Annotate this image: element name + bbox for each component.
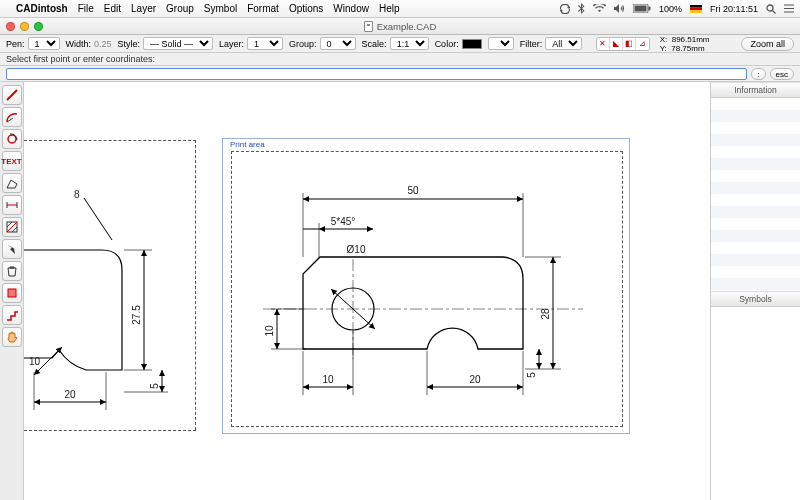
- poly-tool[interactable]: [2, 173, 22, 193]
- layer-select[interactable]: 1: [247, 37, 283, 50]
- window-titlebar: Example.CAD: [0, 18, 800, 35]
- coord-readout: X: 896.51mm Y: 78.75mm: [660, 35, 710, 53]
- step-tool[interactable]: [2, 305, 22, 325]
- line-tool[interactable]: [2, 85, 22, 105]
- menu-window[interactable]: Window: [333, 3, 369, 14]
- snap-angle-icon[interactable]: ◣: [610, 38, 623, 50]
- arc-tool[interactable]: [2, 107, 22, 127]
- menu-options[interactable]: Options: [289, 3, 323, 14]
- command-input-row: : esc: [0, 66, 800, 82]
- snap-grid-icon[interactable]: ◧: [623, 38, 636, 50]
- svg-line-18: [7, 222, 12, 227]
- gear-select[interactable]: ✲: [488, 37, 514, 50]
- color-swatch[interactable]: [462, 39, 482, 49]
- svg-line-11: [7, 90, 17, 100]
- minimize-button[interactable]: [20, 22, 29, 31]
- style-label: Style:: [118, 39, 141, 49]
- workspace: TEXT Print area 8 27.5: [0, 82, 800, 500]
- svg-rect-21: [8, 289, 16, 297]
- close-button[interactable]: [6, 22, 15, 31]
- svg-line-20: [12, 227, 17, 232]
- menu-edit[interactable]: Edit: [104, 3, 121, 14]
- information-panel-body: [711, 98, 800, 291]
- status-line: Select first point or enter coordinates:: [0, 53, 800, 66]
- snap-end-icon[interactable]: ⊿: [636, 38, 649, 50]
- group-label: Group:: [289, 39, 317, 49]
- svg-text:10: 10: [29, 356, 41, 367]
- svg-rect-5: [690, 10, 702, 13]
- document-title: Example.CAD: [377, 21, 437, 32]
- app-menu[interactable]: CADintosh: [16, 3, 68, 14]
- svg-line-7: [773, 10, 776, 13]
- svg-text:10: 10: [322, 374, 334, 385]
- snap-x-icon[interactable]: ✕: [597, 38, 610, 50]
- zoom-button[interactable]: [34, 22, 43, 31]
- menu-symbol[interactable]: Symbol: [204, 3, 237, 14]
- speaker-icon: [614, 4, 625, 13]
- drawing-canvas[interactable]: Print area 8 27.5 10 20: [24, 82, 710, 500]
- menubar-right: 100% Fri 20:11:51: [560, 3, 794, 14]
- style-select[interactable]: — Solid —: [143, 37, 213, 50]
- menu-file[interactable]: File: [78, 3, 94, 14]
- right-panel: Information Symbols: [710, 82, 800, 500]
- colon-button[interactable]: :: [751, 68, 765, 80]
- svg-text:8: 8: [74, 189, 80, 200]
- svg-line-22: [84, 198, 112, 240]
- trash-tool[interactable]: [2, 261, 22, 281]
- color-label: Color:: [435, 39, 459, 49]
- partial-drawing-left: 8 27.5 10 20 5: [24, 140, 200, 430]
- svg-rect-4: [690, 7, 702, 10]
- svg-text:5*45°: 5*45°: [331, 216, 356, 227]
- scale-label: Scale:: [362, 39, 387, 49]
- svg-text:28: 28: [540, 308, 551, 320]
- svg-rect-3: [690, 5, 702, 8]
- filter-label: Filter:: [520, 39, 543, 49]
- hand-tool[interactable]: [2, 327, 22, 347]
- pen-label: Pen:: [6, 39, 25, 49]
- traffic-lights[interactable]: [6, 22, 43, 31]
- hatch-tool[interactable]: [2, 217, 22, 237]
- svg-text:Ø10: Ø10: [347, 244, 366, 255]
- document-icon: [364, 21, 373, 32]
- dimension-tool[interactable]: [2, 195, 22, 215]
- group-select[interactable]: 0: [320, 37, 356, 50]
- svg-text:5: 5: [149, 383, 160, 389]
- wifi-icon: [593, 4, 606, 13]
- pen-select[interactable]: 1: [28, 37, 60, 50]
- main-drawing-page: 50 5*45° Ø10 10 10 20: [222, 138, 630, 434]
- battery-percent: 100%: [659, 4, 682, 14]
- menu-group[interactable]: Group: [166, 3, 194, 14]
- tool-palette: TEXT: [0, 82, 24, 500]
- flag-icon: [690, 5, 702, 13]
- scale-select[interactable]: 1:1: [390, 37, 429, 50]
- svg-point-13: [8, 135, 16, 143]
- symbols-panel-body: [711, 307, 800, 500]
- zoom-all-button[interactable]: Zoom all: [741, 37, 794, 51]
- svg-text:20: 20: [64, 389, 76, 400]
- menu-layer[interactable]: Layer: [131, 3, 156, 14]
- spotlight-icon: [766, 4, 776, 14]
- svg-text:5: 5: [526, 372, 537, 378]
- svg-point-6: [767, 5, 773, 11]
- text-tool[interactable]: TEXT: [2, 151, 22, 171]
- shape-tool[interactable]: [2, 283, 22, 303]
- sync-icon: [560, 4, 570, 14]
- svg-line-19: [7, 222, 17, 232]
- svg-text:20: 20: [469, 374, 481, 385]
- filter-select[interactable]: All: [545, 37, 582, 50]
- esc-button[interactable]: esc: [770, 68, 794, 80]
- bluetooth-icon: [578, 3, 585, 14]
- width-label: Width:: [66, 39, 92, 49]
- svg-rect-1: [634, 6, 646, 12]
- svg-text:10: 10: [264, 325, 275, 337]
- svg-text:50: 50: [407, 185, 419, 196]
- arrow-tool[interactable]: [2, 239, 22, 259]
- macos-menubar: CADintosh File Edit Layer Group Symbol F…: [0, 0, 800, 18]
- menu-format[interactable]: Format: [247, 3, 279, 14]
- snap-buttons[interactable]: ✕◣◧⊿: [596, 37, 650, 51]
- information-panel-header[interactable]: Information: [711, 82, 800, 98]
- circle-tool[interactable]: [2, 129, 22, 149]
- menu-help[interactable]: Help: [379, 3, 400, 14]
- command-input[interactable]: [6, 68, 747, 80]
- symbols-panel-header[interactable]: Symbols: [711, 291, 800, 307]
